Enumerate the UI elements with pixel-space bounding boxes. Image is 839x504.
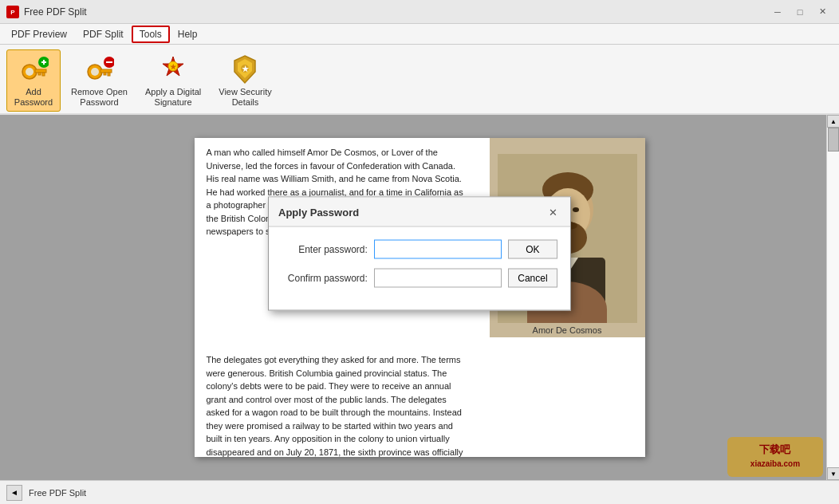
- title-bar-left: P Free PDF Split: [6, 6, 87, 18]
- svg-rect-14: [104, 73, 106, 75]
- svg-rect-9: [43, 60, 45, 65]
- svg-text:★: ★: [170, 63, 177, 71]
- pdf-text-bottom: The delegates got everything they asked …: [207, 353, 470, 457]
- modal-close-button[interactable]: ✕: [545, 204, 561, 220]
- status-text: Free PDF Split: [29, 488, 86, 498]
- enter-password-label: Enter password:: [282, 244, 374, 255]
- svg-point-11: [91, 68, 99, 76]
- modal-title-bar: Apply Password ✕: [269, 198, 570, 227]
- menu-bar: PDF Preview PDF Split Tools Help: [0, 24, 839, 45]
- watermark: 下载吧xiazaiba.com: [727, 437, 823, 477]
- maximize-button[interactable]: □: [790, 4, 810, 20]
- vertical-scrollbar[interactable]: ▲ ▼: [826, 115, 839, 480]
- svg-text:P: P: [10, 9, 15, 16]
- svg-text:★: ★: [242, 65, 250, 73]
- menu-tools[interactable]: Tools: [132, 26, 170, 43]
- scroll-thumb[interactable]: [828, 128, 839, 152]
- title-bar: P Free PDF Split ─ □ ✕: [0, 0, 839, 24]
- bottom-bar: ◄ Free PDF Split: [0, 480, 839, 504]
- svg-rect-6: [38, 73, 41, 75]
- svg-rect-12: [100, 69, 112, 73]
- bottom-left-arrow[interactable]: ◄: [6, 485, 22, 501]
- close-button[interactable]: ✕: [812, 4, 833, 20]
- window-title: Free PDF Split: [24, 6, 87, 18]
- toolbar-add-password[interactable]: AddPassword: [6, 49, 61, 112]
- scroll-up-button[interactable]: ▲: [827, 115, 839, 128]
- svg-rect-13: [108, 73, 110, 76]
- svg-point-32: [573, 207, 579, 212]
- menu-help[interactable]: Help: [170, 26, 206, 43]
- view-security-details-icon: ★: [229, 53, 261, 85]
- scroll-track: [827, 128, 839, 467]
- enter-password-row: Enter password: OK: [282, 240, 557, 259]
- confirm-password-row: Confirm password: Cancel: [282, 269, 557, 288]
- minimize-button[interactable]: ─: [767, 4, 788, 20]
- scroll-down-button[interactable]: ▼: [827, 467, 839, 480]
- svg-rect-5: [42, 73, 45, 76]
- add-password-label: AddPassword: [14, 87, 53, 108]
- svg-rect-4: [35, 69, 46, 73]
- cancel-button[interactable]: Cancel: [508, 269, 557, 288]
- menu-pdf-split[interactable]: PDF Split: [75, 26, 132, 43]
- confirm-password-label: Confirm password:: [282, 273, 374, 284]
- portrait-caption: Amor De Cosmos: [490, 323, 645, 337]
- svg-point-3: [26, 68, 33, 76]
- toolbar: AddPassword Remove OpenPas: [0, 45, 839, 115]
- modal-body: Enter password: OK Confirm password: Can…: [269, 227, 570, 310]
- watermark-text: 下载吧xiazaiba.com: [750, 443, 800, 471]
- window-controls: ─ □ ✕: [767, 4, 833, 20]
- toolbar-view-security-details[interactable]: ★ View SecurityDetails: [211, 49, 278, 112]
- confirm-password-input[interactable]: [374, 269, 502, 288]
- apply-password-modal: Apply Password ✕ Enter password: OK Conf…: [268, 197, 571, 311]
- app-window: P Free PDF Split ─ □ ✕ PDF Preview PDF S…: [0, 0, 839, 504]
- menu-pdf-preview[interactable]: PDF Preview: [3, 26, 75, 43]
- main-content: A man who called himself Amor De Cosmos,…: [0, 115, 839, 480]
- enter-password-input[interactable]: [374, 240, 502, 259]
- toolbar-remove-open-password[interactable]: Remove OpenPassword: [64, 49, 135, 112]
- app-icon: P: [6, 6, 19, 18]
- remove-open-password-icon: [83, 53, 115, 85]
- modal-title: Apply Password: [278, 206, 359, 218]
- apply-digital-signature-label: Apply a DigitalSignature: [145, 87, 201, 108]
- add-password-icon: [18, 53, 49, 85]
- toolbar-items: AddPassword Remove OpenPas: [6, 49, 279, 112]
- remove-open-password-label: Remove OpenPassword: [71, 87, 128, 108]
- svg-rect-16: [106, 61, 112, 63]
- ok-button[interactable]: OK: [508, 240, 557, 259]
- toolbar-apply-digital-signature[interactable]: ★ Apply a DigitalSignature: [138, 49, 208, 112]
- view-security-details-label: View SecurityDetails: [219, 87, 271, 108]
- apply-digital-signature-icon: ★: [157, 53, 189, 85]
